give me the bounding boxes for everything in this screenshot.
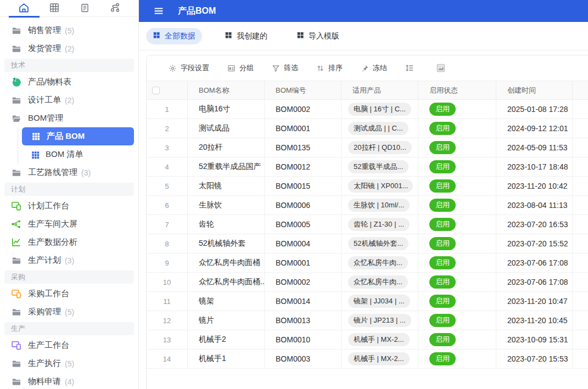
table-row[interactable]: 3 20拉杆 BOM0135 20拉杆 | QD10... 启用 2024-05… — [147, 138, 588, 157]
bom-name-cell[interactable]: 机械手2 — [188, 330, 265, 349]
status-cell[interactable]: 启用 — [418, 292, 496, 311]
toolbar-sort-button[interactable]: 排序 — [316, 63, 343, 73]
product-cell[interactable]: 测试成品 | | C... — [341, 119, 418, 138]
bom-name-cell[interactable]: 太阳镜 — [188, 177, 265, 195]
select-all-checkbox[interactable] — [152, 87, 160, 94]
created-time-cell[interactable]: 2024-05-09 11:53 — [496, 138, 573, 157]
table-row[interactable]: 12 镜片 BOM0013 镜片 | JP213 | ... 启用 2023-1… — [147, 311, 588, 330]
product-cell[interactable]: 52重载半成品... — [341, 157, 418, 176]
sidebar-item[interactable]: 生产车间大屏 — [0, 215, 138, 233]
bom-code-cell[interactable]: BOM0135 — [265, 138, 341, 157]
bom-code-cell[interactable]: BOM0005 — [265, 215, 341, 234]
sidebar-item[interactable]: 采购工作台 — [0, 285, 138, 303]
sidebar-item[interactable]: 产品/物料表 — [0, 73, 138, 91]
bom-code-cell[interactable]: BOM0012 — [265, 157, 341, 176]
sidebar-item[interactable]: 销售管理 (5) — [0, 21, 138, 40]
sidebar-item[interactable]: 采购管理 (5) — [0, 303, 138, 321]
table-row[interactable]: 8 52机械轴外套 BOM0004 52机械轴外套... 启用 2023-07-… — [147, 234, 588, 253]
status-cell[interactable]: 启用 — [418, 157, 496, 176]
bom-code-cell[interactable]: BOM0001 — [265, 119, 341, 138]
sidebar-item[interactable]: 生产数据分析 — [0, 233, 138, 251]
bom-code-cell[interactable]: BOM0014 — [265, 292, 341, 311]
view-tab[interactable]: 我创建的 — [218, 28, 274, 44]
toolbar-filter-button[interactable]: 筛选 — [272, 63, 298, 73]
nav-table-icon[interactable] — [40, 1, 70, 16]
bom-name-cell[interactable]: 众忆私房牛肉面桶... — [188, 273, 265, 291]
created-time-cell[interactable]: 2023-07-20 15:53 — [496, 349, 573, 368]
table-row[interactable]: 6 生脉饮 BOM0006 生脉饮 | 10ml/... 启用 2023-08-… — [147, 196, 588, 215]
table-row[interactable]: 10 众忆私房牛肉面桶... BOM0002 众忆私房牛肉... 启用 2023… — [147, 273, 588, 292]
created-time-cell[interactable]: 2023-11-20 10:42 — [496, 177, 573, 195]
view-tab[interactable]: 全部数据 — [146, 28, 202, 44]
sidebar-item[interactable]: 生产工作台 — [0, 336, 138, 354]
bom-code-cell[interactable]: BOM0013 — [265, 311, 341, 330]
bom-code-cell[interactable]: BOM0006 — [265, 196, 341, 215]
hamburger-icon[interactable] — [153, 5, 164, 16]
toolbar-group-button[interactable]: 分组 — [227, 63, 254, 73]
nav-document-icon[interactable] — [70, 1, 100, 16]
table-row[interactable]: 13 机械手2 BOM0010 机械手 | MX-2... 启用 2023-10… — [147, 330, 588, 349]
status-cell[interactable]: 启用 — [418, 100, 496, 119]
created-time-cell[interactable]: 2023-11-20 10:47 — [496, 292, 573, 311]
bom-code-cell[interactable]: BOM0004 — [265, 234, 341, 253]
status-cell[interactable]: 启用 — [418, 253, 496, 272]
created-time-cell[interactable]: 2023-11-20 10:45 — [496, 311, 573, 330]
sidebar-item[interactable]: 发货管理 (2) — [0, 40, 138, 58]
toolbar-area-chart-button[interactable] — [436, 63, 450, 73]
bom-name-cell[interactable]: 齿轮 — [188, 215, 265, 234]
created-time-cell[interactable]: 2023-08-04 11:13 — [496, 196, 573, 215]
created-time-cell[interactable]: 2023-10-09 15:31 — [496, 330, 573, 349]
sidebar-item[interactable]: 设计工单 (2) — [0, 91, 138, 109]
status-cell[interactable]: 启用 — [418, 138, 496, 157]
table-row[interactable]: 1 电脑16寸 BOM0002 电脑 | 16寸 | C... 启用 2025-… — [147, 100, 588, 119]
created-time-cell[interactable]: 2023-07-20 15:52 — [496, 234, 573, 253]
bom-code-cell[interactable]: BOM0015 — [265, 177, 341, 195]
bom-name-cell[interactable]: 生脉饮 — [188, 196, 265, 215]
product-cell[interactable]: 机械手 | MX-2... — [341, 349, 418, 368]
status-cell[interactable]: 启用 — [418, 177, 496, 195]
product-cell[interactable]: 太阳镜 | XP001... — [341, 177, 418, 195]
sidebar-item[interactable]: 工艺路线管理 (3) — [0, 164, 138, 182]
bom-name-cell[interactable]: 52机械轴外套 — [188, 234, 265, 253]
view-tab[interactable]: 导入模版 — [290, 28, 346, 44]
sidebar-item[interactable]: 计划工作台 — [0, 197, 138, 215]
nav-workflow-icon[interactable] — [100, 1, 131, 16]
created-time-cell[interactable]: 2024-09-12 12:01 — [496, 119, 573, 138]
status-cell[interactable]: 启用 — [418, 119, 496, 138]
bom-name-cell[interactable]: 20拉杆 — [188, 138, 265, 157]
table-row[interactable]: 5 太阳镜 BOM0015 太阳镜 | XP001... 启用 2023-11-… — [147, 177, 588, 196]
sidebar-item[interactable]: 产品 BOM — [22, 127, 134, 145]
bom-name-cell[interactable]: 测试成品 — [188, 119, 265, 138]
created-time-cell[interactable]: 2023-07-06 17:08 — [496, 253, 573, 272]
created-time-cell[interactable]: 2023-07-20 16:53 — [496, 215, 573, 234]
created-time-cell[interactable]: 2023-10-17 18:48 — [496, 157, 573, 176]
status-cell[interactable]: 启用 — [418, 196, 496, 215]
table-row[interactable]: 7 齿轮 BOM0005 齿轮 | Z1-30 | ... 启用 2023-07… — [147, 215, 588, 234]
sidebar-item[interactable]: 生产执行 (5) — [0, 354, 138, 373]
toolbar-row-height-button[interactable] — [405, 64, 418, 72]
bom-code-cell[interactable]: BOM0010 — [265, 330, 341, 349]
bom-code-cell[interactable]: BOM0002 — [265, 273, 341, 291]
sidebar-item[interactable]: BOM管理 — [0, 109, 138, 127]
status-cell[interactable]: 启用 — [418, 273, 496, 291]
bom-code-cell[interactable]: BOM0003 — [265, 349, 341, 368]
product-cell[interactable]: 齿轮 | Z1-30 | ... — [341, 215, 418, 234]
product-cell[interactable]: 众忆私房牛肉... — [341, 273, 418, 291]
sidebar-item[interactable]: BOM 清单 — [31, 145, 83, 164]
bom-name-cell[interactable]: 机械手1 — [188, 349, 265, 368]
toolbar-pin-button[interactable]: 冻结 — [361, 63, 387, 73]
bom-name-cell[interactable]: 镜架 — [188, 292, 265, 311]
created-time-cell[interactable]: 2025-01-08 17:28 — [496, 100, 573, 119]
bom-name-cell[interactable]: 众忆私房牛肉面桶 — [188, 253, 265, 272]
product-cell[interactable]: 镜片 | JP213 | ... — [341, 311, 418, 330]
sidebar-item[interactable]: 生产计划 (3) — [0, 251, 138, 269]
bom-name-cell[interactable]: 电脑16寸 — [188, 100, 265, 119]
created-time-cell[interactable]: 2023-07-06 17:08 — [496, 273, 573, 291]
bom-code-cell[interactable]: BOM0001 — [265, 253, 341, 272]
bom-name-cell[interactable]: 镜片 — [188, 311, 265, 330]
table-row[interactable]: 11 镜架 BOM0014 镜架 | JJ034 | ... 启用 2023-1… — [147, 292, 588, 311]
product-cell[interactable]: 20拉杆 | QD10... — [341, 138, 418, 157]
product-cell[interactable]: 52机械轴外套... — [341, 234, 418, 253]
product-cell[interactable]: 电脑 | 16寸 | C... — [341, 100, 418, 119]
bom-name-cell[interactable]: 52重载半成品国产 — [188, 157, 265, 176]
